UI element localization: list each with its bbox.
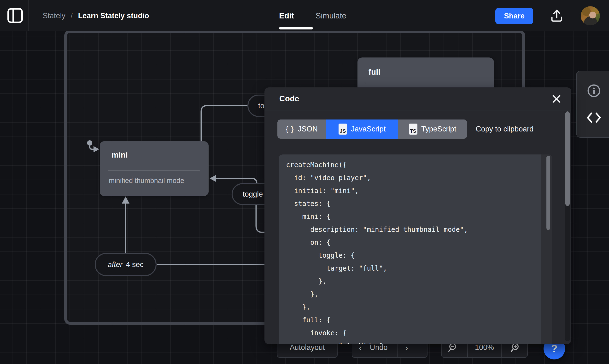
upload-icon bbox=[549, 8, 564, 24]
topbar-divider bbox=[28, 0, 28, 31]
undo-chevron-icon[interactable]: ‹ bbox=[359, 343, 361, 352]
json-braces-icon: { } bbox=[286, 125, 294, 133]
event-label: toggle bbox=[243, 190, 263, 198]
stately-studio-app: full mini minified thumbnail mode toggle… bbox=[0, 0, 609, 364]
close-icon bbox=[551, 94, 562, 104]
panel-scrollbar-thumb[interactable] bbox=[565, 111, 570, 206]
info-button[interactable] bbox=[587, 84, 601, 98]
redo-chevron-icon[interactable]: › bbox=[405, 343, 408, 352]
sidebar-toggle-button[interactable] bbox=[7, 8, 23, 23]
code-brackets-icon bbox=[587, 112, 601, 123]
autolayout-label: Autolayout bbox=[290, 343, 325, 352]
js-badge-icon: JS bbox=[339, 124, 347, 135]
share-label: Share bbox=[504, 12, 525, 20]
mode-tabs: Edit Simulate bbox=[279, 0, 346, 31]
breadcrumb: Stately / Learn Stately studio bbox=[43, 0, 149, 31]
sidebar-panel-icon bbox=[7, 8, 23, 23]
user-avatar[interactable] bbox=[581, 6, 600, 25]
copy-to-clipboard-button[interactable]: Copy to clipboard bbox=[476, 119, 533, 139]
code-scrollbar-thumb[interactable] bbox=[546, 156, 550, 230]
tab-javascript[interactable]: JS JavaScript bbox=[326, 119, 398, 139]
language-tabs: { } JSON JS JavaScript TS TypeScript bbox=[277, 119, 467, 139]
code-panel-title: Code bbox=[279, 87, 299, 110]
tab-label: TypeScript bbox=[421, 125, 456, 133]
top-bar: Stately / Learn Stately studio Edit Simu… bbox=[0, 0, 609, 31]
code-panel-header: Code bbox=[264, 87, 571, 110]
after-keyword: after bbox=[108, 260, 123, 269]
code-scrollbar-track[interactable] bbox=[541, 155, 552, 344]
tab-simulate[interactable]: Simulate bbox=[316, 0, 346, 31]
state-title: mini bbox=[111, 150, 128, 159]
breadcrumb-separator: / bbox=[71, 12, 73, 20]
code-panel-button[interactable] bbox=[587, 110, 601, 125]
project-title[interactable]: Learn Stately studio bbox=[78, 12, 149, 20]
state-divider bbox=[366, 84, 485, 84]
ts-badge-icon: TS bbox=[409, 124, 417, 135]
code-panel: Code { } JSON JS JavaScript TS TypeScrip… bbox=[264, 87, 571, 344]
state-node-mini[interactable]: mini minified thumbnail mode bbox=[100, 141, 208, 196]
tab-json[interactable]: { } JSON bbox=[277, 119, 326, 139]
active-tab-underline bbox=[279, 27, 313, 29]
undo-button[interactable]: Undo bbox=[370, 343, 388, 352]
breadcrumb-app-link[interactable]: Stately bbox=[43, 12, 66, 20]
panel-scrollbar-track[interactable] bbox=[565, 111, 570, 341]
tab-label: JavaScript bbox=[351, 125, 386, 133]
share-button[interactable]: Share bbox=[495, 8, 533, 24]
tab-label: JSON bbox=[298, 125, 318, 133]
copy-label: Copy to clipboard bbox=[476, 125, 533, 133]
close-button[interactable] bbox=[551, 94, 562, 104]
header-divider bbox=[264, 110, 571, 110]
zoom-level-value[interactable]: 100% bbox=[475, 343, 494, 352]
machine-code-text: createMachine({ id: "video player", init… bbox=[286, 158, 468, 344]
state-title: full bbox=[369, 67, 380, 77]
tab-typescript[interactable]: TS TypeScript bbox=[398, 119, 467, 139]
after-duration: 4 sec bbox=[126, 260, 144, 269]
state-divider bbox=[108, 170, 200, 171]
code-editor-block[interactable]: createMachine({ id: "video player", init… bbox=[279, 155, 552, 344]
help-label: ? bbox=[551, 343, 558, 355]
state-description: minified thumbnail mode bbox=[109, 177, 184, 185]
tab-label: Edit bbox=[279, 11, 294, 20]
right-tool-panel bbox=[576, 71, 609, 138]
event-pill-after-4-sec[interactable]: after 4 sec bbox=[95, 253, 157, 276]
info-icon bbox=[587, 84, 601, 98]
tab-label: Simulate bbox=[316, 11, 346, 20]
tab-edit[interactable]: Edit bbox=[279, 0, 294, 31]
export-button[interactable] bbox=[549, 8, 564, 24]
